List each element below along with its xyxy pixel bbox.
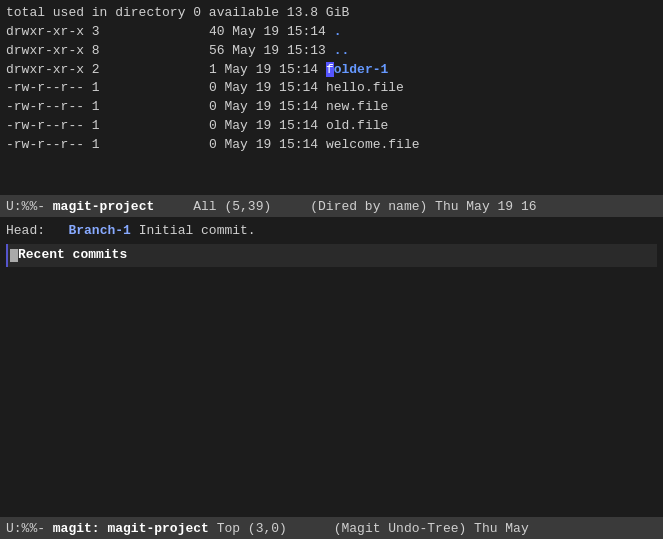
cursor-block <box>10 249 18 262</box>
name-6: welcome.file <box>326 137 420 152</box>
dired-entry-6: -rw-r--r-- 1 0 May 19 15:14 welcome.file <box>6 136 657 155</box>
dired-entry-1: drwxr-xr-x 8 56 May 19 15:13 .. <box>6 42 657 61</box>
mode-indicator-2: U:%%- <box>6 521 53 536</box>
perm-3: -rw-r--r-- <box>6 80 84 95</box>
name-3: hello.file <box>326 80 404 95</box>
links-0: 3 <box>92 24 100 39</box>
size-3: 0 <box>209 80 217 95</box>
name-0: . <box>334 24 342 39</box>
head-label: Head: <box>6 223 68 238</box>
size-1: 56 <box>209 43 225 58</box>
mode-name-1: (Dired by name) Thu May 19 16 <box>310 199 536 214</box>
col1-5 <box>107 118 185 133</box>
total-line: total used in directory 0 available 13.8… <box>6 4 657 23</box>
magit-pane: Head: Branch-1 Initial commit. Recent co… <box>0 217 663 517</box>
perm-1: drwxr-xr-x <box>6 43 84 58</box>
col1-3 <box>107 80 185 95</box>
col1-6 <box>107 137 185 152</box>
size-2: 1 <box>209 62 217 77</box>
perm-0: drwxr-xr-x <box>6 24 84 39</box>
size-5: 0 <box>209 118 217 133</box>
position-1: All (5,39) <box>154 199 310 214</box>
recent-commits-label: Recent commits <box>18 247 127 262</box>
size-6: 0 <box>209 137 217 152</box>
branch-name: Branch-1 <box>68 223 130 238</box>
dired-entry-2: drwxr-xr-x 2 1 May 19 15:14 folder-1 <box>6 61 657 80</box>
perm-5: -rw-r--r-- <box>6 118 84 133</box>
col1-2 <box>107 62 185 77</box>
mode-name-2: (Magit Undo-Tree) Thu May <box>334 521 529 536</box>
col1-0 <box>107 24 185 39</box>
links-3: 1 <box>92 80 100 95</box>
buffer-name-1: magit-project <box>53 199 154 214</box>
dired-pane: total used in directory 0 available 13.8… <box>0 0 663 195</box>
dired-entry-3: -rw-r--r-- 1 0 May 19 15:14 hello.file <box>6 79 657 98</box>
links-1: 8 <box>92 43 100 58</box>
col1-4 <box>107 99 185 114</box>
buffer-name-2: magit: magit-project <box>53 521 209 536</box>
perm-4: -rw-r--r-- <box>6 99 84 114</box>
name-2: older-1 <box>334 62 389 77</box>
folder-cursor: f <box>326 62 334 77</box>
perm-2: drwxr-xr-x <box>6 62 84 77</box>
statusbar-dired: U:%%- magit-project All (5,39) (Dired by… <box>0 195 663 217</box>
magit-head-line: Head: Branch-1 Initial commit. <box>6 221 657 242</box>
name-4: new.file <box>326 99 388 114</box>
dired-entry-5: -rw-r--r-- 1 0 May 19 15:14 old.file <box>6 117 657 136</box>
mode-indicator-1: U:%%- <box>6 199 53 214</box>
links-6: 1 <box>92 137 100 152</box>
commit-msg: Initial commit. <box>131 223 256 238</box>
position-2: Top (3,0) <box>209 521 334 536</box>
terminal: total used in directory 0 available 13.8… <box>0 0 663 539</box>
statusbar-magit: U:%%- magit: magit-project Top (3,0) (Ma… <box>0 517 663 539</box>
links-5: 1 <box>92 118 100 133</box>
links-2: 2 <box>92 62 100 77</box>
col1-1 <box>107 43 185 58</box>
dired-entry-0: drwxr-xr-x 3 40 May 19 15:14 . <box>6 23 657 42</box>
size-0: 40 <box>209 24 225 39</box>
perm-6: -rw-r--r-- <box>6 137 84 152</box>
recent-commits-header: Recent commits <box>6 244 657 267</box>
size-4: 0 <box>209 99 217 114</box>
links-4: 1 <box>92 99 100 114</box>
dired-entry-4: -rw-r--r-- 1 0 May 19 15:14 new.file <box>6 98 657 117</box>
name-1: .. <box>334 43 350 58</box>
name-5: old.file <box>326 118 388 133</box>
